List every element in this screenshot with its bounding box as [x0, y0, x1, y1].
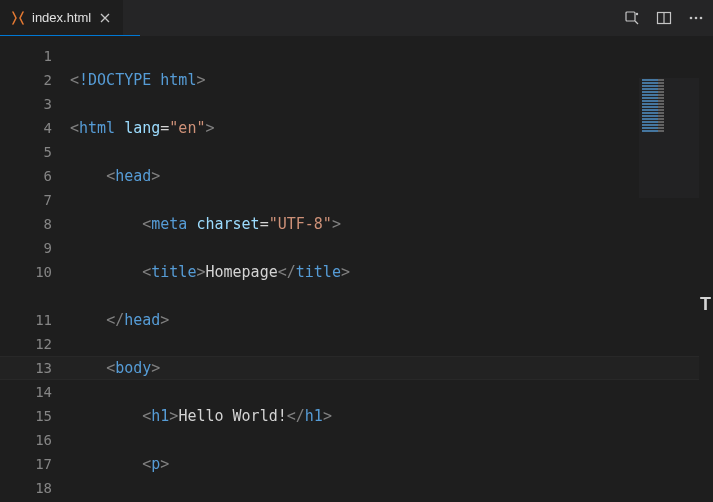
line-number-gutter: 1 2 3 4 5 6 7 8 9 10 11 12 13 14 15 16 1… [0, 36, 70, 502]
line-number: 7 [0, 188, 70, 212]
more-actions-icon[interactable] [687, 9, 705, 27]
line-number: 10 [0, 260, 70, 284]
line-number: 8 [0, 212, 70, 236]
line-number: 18 [0, 476, 70, 500]
minimap[interactable] [639, 78, 699, 198]
svg-rect-0 [626, 12, 635, 21]
code-line[interactable]: <title>Homepage</title> [70, 260, 713, 284]
line-number: 9 [0, 236, 70, 260]
scrollbar-track[interactable] [699, 36, 713, 502]
editor-actions [623, 0, 705, 36]
code-line[interactable]: <html lang="en"> [70, 116, 713, 140]
line-number: 17 [0, 452, 70, 476]
tab-label: index.html [32, 10, 91, 25]
code-line[interactable]: <body> [70, 356, 713, 380]
editor-area[interactable]: 1 2 3 4 5 6 7 8 9 10 11 12 13 14 15 16 1… [0, 36, 713, 502]
code-line[interactable]: <head> [70, 164, 713, 188]
line-number: 11 [0, 308, 70, 332]
svg-point-1 [636, 13, 638, 15]
code-line[interactable]: <!DOCTYPE html> [70, 68, 713, 92]
line-number: 5 [0, 140, 70, 164]
line-number: 4 [0, 116, 70, 140]
line-number: 1 [0, 44, 70, 68]
line-number: 15 [0, 404, 70, 428]
find-icon[interactable] [623, 9, 641, 27]
code-content[interactable]: <!DOCTYPE html> <html lang="en"> <head> … [70, 36, 713, 502]
split-editor-icon[interactable] [655, 9, 673, 27]
tab-bar: index.html [0, 0, 713, 36]
tab-index-html[interactable]: index.html [0, 0, 123, 36]
code-line[interactable]: <meta charset="UTF-8"> [70, 212, 713, 236]
line-number: 14 [0, 380, 70, 404]
code-line[interactable]: <h1>Hello World!</h1> [70, 404, 713, 428]
svg-point-5 [695, 17, 698, 20]
line-number: 13 [0, 356, 70, 380]
svg-point-4 [690, 17, 693, 20]
line-number [0, 284, 70, 308]
code-line[interactable]: </head> [70, 308, 713, 332]
overview-cursor-marker: T [700, 294, 711, 315]
line-number: 6 [0, 164, 70, 188]
code-line[interactable]: <p> [70, 452, 713, 476]
line-number: 16 [0, 428, 70, 452]
close-icon[interactable] [97, 10, 113, 26]
line-number: 2 [0, 68, 70, 92]
html-file-icon [10, 10, 26, 26]
svg-point-6 [700, 17, 703, 20]
line-number: 12 [0, 332, 70, 356]
line-number: 3 [0, 92, 70, 116]
